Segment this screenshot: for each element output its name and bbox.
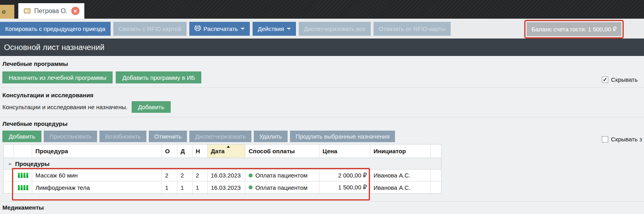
- dispatch-procedure-button[interactable]: Диспетчеризовать: [189, 131, 251, 142]
- header-procedure[interactable]: Процедура: [32, 145, 162, 158]
- cell-payment: Оплата пациентом: [245, 170, 319, 181]
- status-bars-icon: [18, 185, 28, 190]
- link-rfid-label: Связать с RFID картой: [119, 25, 181, 32]
- cell-n: 1: [193, 181, 208, 193]
- checkbox-unchecked-icon[interactable]: [602, 136, 608, 143]
- table-group-row-procedures[interactable]: Процедуры: [4, 158, 441, 170]
- consultations-empty-row: Консультации и исследования не назначены…: [2, 101, 171, 113]
- header-date-label: Дата: [211, 148, 225, 154]
- collapse-group-icon[interactable]: [8, 163, 12, 165]
- balance-annotation-box: Баланс счета гостя: 1 500,00 ₽: [524, 20, 624, 39]
- header-date-sorted[interactable]: Дата: [208, 145, 245, 158]
- status-bars-icon: [18, 173, 28, 178]
- hide-programs-label: Скрывать: [611, 76, 638, 83]
- header-initiator[interactable]: Инициатор: [370, 145, 431, 158]
- cell-price: 2 000,00 ₽: [319, 170, 370, 181]
- row-selector-cell[interactable]: [4, 181, 14, 193]
- group-label: Процедуры: [15, 160, 50, 167]
- tab-close-icon[interactable]: ×: [71, 7, 80, 15]
- payment-label: Оплата пациентом: [255, 184, 307, 191]
- cell-d: 1: [177, 181, 193, 193]
- cell-o: 1: [162, 181, 177, 193]
- header-price[interactable]: Цена: [319, 145, 370, 158]
- sort-asc-icon: [227, 146, 230, 148]
- row-selector-cell[interactable]: [4, 170, 14, 181]
- section-divider: [0, 117, 644, 118]
- cancel-procedure-button[interactable]: Отменить: [149, 131, 187, 142]
- patient-card-icon: [24, 8, 31, 13]
- dispatch-all-label: Диспетчеризовать все: [304, 25, 366, 32]
- print-label: Распечатать: [204, 25, 238, 32]
- cell-date: 16.03.2023: [208, 181, 245, 193]
- programs-button-row: Назначить из лечебной программы Добавить…: [2, 71, 201, 83]
- link-rfid-button[interactable]: Связать с RFID картой: [113, 22, 187, 36]
- delete-procedure-button[interactable]: Удалить: [254, 131, 288, 142]
- header-d[interactable]: Д: [177, 145, 193, 158]
- cell-procedure: Лимфодренаж тела: [32, 181, 162, 193]
- cell-date: 16.03.2023: [208, 170, 245, 181]
- add-program-to-ib-button[interactable]: Добавить программу в ИБ: [116, 71, 201, 83]
- toolbar: Копировать с предыдущего приезда Связать…: [0, 19, 644, 39]
- cell-initiator: Иванова А.С.: [370, 181, 431, 193]
- unlink-rfid-label: Отвязать от RFID-карты: [379, 25, 446, 32]
- section-divider: [0, 201, 644, 202]
- cell-price: 1 500,00 ₽: [319, 181, 370, 193]
- tab-previous-partial[interactable]: е: [0, 5, 14, 19]
- guest-balance-badge: Баланс счета гостя: 1 500,00 ₽: [527, 22, 621, 36]
- actions-dropdown-button[interactable]: Действия: [253, 22, 296, 36]
- printer-icon: [195, 25, 201, 32]
- payment-label: Оплата пациентом: [255, 172, 307, 179]
- assign-from-program-button[interactable]: Назначить из лечебной программы: [2, 71, 113, 83]
- payment-status-dot-icon: [249, 174, 253, 177]
- cell-payment: Оплата пациентом: [245, 181, 319, 193]
- unlink-rfid-button[interactable]: Отвязать от RFID-карты: [374, 22, 451, 36]
- header-o[interactable]: О: [162, 145, 177, 158]
- tab-patient[interactable]: Петрова О. ×: [18, 3, 84, 19]
- table-row[interactable]: Массаж 60 мин 2 2 2 16.03.2023 Оплата па…: [4, 170, 441, 181]
- page-title: Основной лист назначений: [0, 39, 644, 56]
- header-selector-column: [4, 145, 14, 158]
- chevron-down-icon: [241, 28, 245, 30]
- medications-section-heading: Медикаменты: [2, 204, 44, 211]
- procedures-table: Процедура О Д Н Дата Способ оплаты Цена …: [3, 144, 442, 194]
- payment-status-dot-icon: [249, 185, 253, 189]
- add-consultation-button[interactable]: Добавить: [132, 101, 171, 113]
- resume-procedure-button[interactable]: Возобновить: [99, 131, 146, 142]
- procedures-button-row: Добавить Приостановить Возобновить Отмен…: [2, 131, 395, 142]
- tab-previous-label: е: [2, 8, 6, 16]
- actions-label: Действия: [258, 25, 284, 32]
- cell-o: 2: [162, 170, 177, 181]
- row-status-cell: [14, 181, 32, 193]
- header-n[interactable]: Н: [193, 145, 208, 158]
- checkbox-checked-icon[interactable]: ✓: [602, 77, 608, 83]
- row-status-cell: [14, 170, 32, 181]
- cell-d: 2: [177, 170, 193, 181]
- cell-spacer: [431, 181, 441, 193]
- cell-spacer: [431, 170, 441, 181]
- consultations-empty-text: Консультации и исследования не назначены…: [2, 104, 128, 110]
- cell-procedure: Массаж 60 мин: [32, 170, 162, 181]
- tab-patient-title: Петрова О.: [34, 8, 68, 15]
- table-row[interactable]: Лимфодренаж тела 1 1 1 16.03.2023 Оплата…: [4, 181, 441, 193]
- cell-n: 2: [193, 170, 208, 181]
- dispatch-all-button[interactable]: Диспетчеризовать все: [299, 22, 371, 36]
- header-spacer-column: [431, 145, 441, 158]
- hide-procedures-checkbox[interactable]: Скрывать з: [602, 136, 642, 143]
- header-payment[interactable]: Способ оплаты: [245, 145, 319, 158]
- add-procedure-button[interactable]: Добавить: [2, 131, 41, 142]
- header-status-column: [14, 145, 32, 158]
- hide-programs-checkbox[interactable]: ✓ Скрывать: [602, 76, 638, 83]
- section-divider: [0, 88, 644, 89]
- chevron-down-icon: [287, 28, 291, 30]
- pause-procedure-button[interactable]: Приостановить: [44, 131, 97, 142]
- procedures-section-heading: Лечебные процедуры: [2, 120, 68, 127]
- copy-previous-visit-button[interactable]: Копировать с предыдущего приезда: [0, 22, 111, 36]
- copy-previous-visit-label: Копировать с предыдущего приезда: [5, 25, 105, 32]
- print-dropdown-button[interactable]: Распечатать: [189, 22, 250, 36]
- table-header-row: Процедура О Д Н Дата Способ оплаты Цена …: [4, 145, 441, 158]
- hide-procedures-label: Скрывать з: [611, 136, 642, 143]
- programs-section-heading: Лечебные программы: [2, 60, 68, 67]
- main-window: е Петрова О. × Копировать с предыдущего …: [0, 0, 644, 214]
- extend-selected-button[interactable]: Продлить выбранные назначения: [290, 131, 395, 142]
- cell-initiator: Иванова А.С.: [370, 170, 431, 181]
